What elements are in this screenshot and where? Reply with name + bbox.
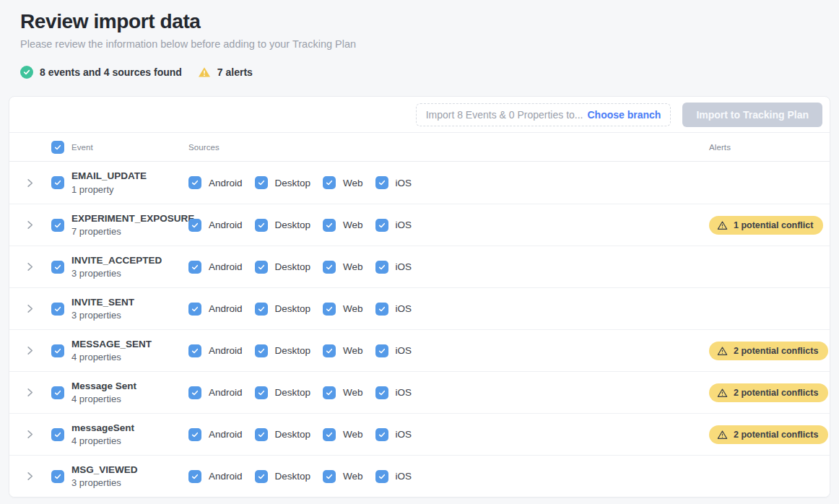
select-all-checkbox[interactable]: [51, 141, 64, 154]
expand-row-button[interactable]: [19, 173, 40, 193]
source-checkbox[interactable]: [188, 470, 201, 483]
source-toggle[interactable]: Desktop: [255, 386, 311, 399]
warning-triangle-outline-icon: [717, 430, 728, 440]
expand-row-button[interactable]: [19, 299, 40, 319]
source-toggle[interactable]: Desktop: [255, 344, 311, 357]
source-toggle[interactable]: Android: [188, 386, 243, 399]
source-toggle[interactable]: Android: [188, 428, 243, 441]
expand-row-button[interactable]: [19, 257, 40, 277]
source-toggle[interactable]: Web: [323, 386, 363, 399]
expand-row-button[interactable]: [19, 425, 40, 445]
row-checkbox[interactable]: [51, 219, 64, 232]
sources-cell: Android Desktop Web iOS: [188, 261, 702, 274]
source-checkbox[interactable]: [375, 303, 388, 316]
source-toggle[interactable]: Desktop: [255, 470, 311, 483]
source-checkbox[interactable]: [375, 344, 388, 357]
source-checkbox[interactable]: [188, 261, 201, 274]
source-checkbox[interactable]: [323, 303, 336, 316]
source-toggle[interactable]: iOS: [375, 386, 412, 399]
source-toggle[interactable]: Desktop: [255, 303, 311, 316]
row-checkbox[interactable]: [51, 344, 64, 357]
source-checkbox[interactable]: [255, 176, 268, 189]
source-checkbox[interactable]: [255, 470, 268, 483]
source-checkbox[interactable]: [255, 428, 268, 441]
source-toggle[interactable]: iOS: [375, 219, 412, 232]
source-toggle[interactable]: iOS: [375, 303, 412, 316]
row-checkbox[interactable]: [51, 470, 64, 483]
table-row: MESSAGE_SENT 4 properties Android Deskto…: [9, 329, 830, 371]
chevron-right-icon: [25, 261, 35, 272]
row-checkbox[interactable]: [51, 176, 64, 189]
source-toggle[interactable]: Android: [188, 303, 243, 316]
expand-row-button[interactable]: [19, 466, 40, 487]
event-cell: INVITE_SENT 3 properties: [71, 297, 181, 321]
source-checkbox[interactable]: [255, 303, 268, 316]
chevron-right-icon: [25, 178, 35, 188]
source-toggle[interactable]: Android: [188, 344, 243, 357]
row-checkbox[interactable]: [51, 261, 64, 274]
choose-branch-link[interactable]: Choose branch: [588, 109, 661, 121]
source-checkbox[interactable]: [323, 219, 336, 232]
source-checkbox[interactable]: [255, 219, 268, 232]
source-checkbox[interactable]: [188, 219, 201, 232]
source-label: Desktop: [275, 345, 311, 356]
row-checkbox[interactable]: [51, 386, 64, 399]
source-toggle[interactable]: Desktop: [255, 219, 311, 232]
source-label: Desktop: [275, 303, 311, 314]
source-checkbox[interactable]: [188, 344, 201, 357]
source-checkbox[interactable]: [375, 428, 388, 441]
source-toggle[interactable]: Android: [188, 470, 243, 483]
source-checkbox[interactable]: [323, 386, 336, 399]
source-checkbox[interactable]: [255, 344, 268, 357]
expand-row-button[interactable]: [19, 383, 40, 403]
import-to-tracking-plan-button[interactable]: Import to Tracking Plan: [682, 103, 822, 127]
alert-badge[interactable]: 2 potential conflicts: [709, 342, 828, 360]
source-toggle[interactable]: iOS: [375, 261, 412, 274]
source-checkbox[interactable]: [188, 303, 201, 316]
source-toggle[interactable]: iOS: [375, 428, 412, 441]
source-checkbox[interactable]: [323, 344, 336, 357]
source-toggle[interactable]: Web: [323, 303, 363, 316]
source-toggle[interactable]: Web: [323, 470, 363, 483]
source-label: iOS: [396, 220, 412, 230]
source-checkbox[interactable]: [323, 176, 336, 189]
source-toggle[interactable]: Desktop: [255, 428, 311, 441]
event-name: Message Sent: [71, 381, 181, 393]
source-toggle[interactable]: Web: [323, 344, 363, 357]
source-checkbox[interactable]: [255, 261, 268, 274]
branch-picker[interactable]: Import 8 Events & 0 Properties to... Cho…: [416, 103, 671, 126]
source-toggle[interactable]: Desktop: [255, 261, 311, 274]
expand-row-button[interactable]: [19, 215, 40, 235]
source-toggle[interactable]: Web: [323, 261, 363, 274]
source-toggle[interactable]: Web: [323, 219, 363, 232]
source-checkbox[interactable]: [375, 176, 388, 189]
source-checkbox[interactable]: [255, 386, 268, 399]
source-toggle[interactable]: iOS: [375, 470, 412, 483]
source-checkbox[interactable]: [375, 219, 388, 232]
source-checkbox[interactable]: [375, 386, 388, 399]
source-checkbox[interactable]: [375, 470, 388, 483]
alert-badge[interactable]: 2 potential conflicts: [709, 425, 828, 444]
alert-badge[interactable]: 1 potential conflict: [709, 216, 823, 235]
source-toggle[interactable]: Desktop: [255, 176, 311, 189]
alert-badge[interactable]: 2 potential conflicts: [709, 383, 828, 402]
row-checkbox[interactable]: [51, 303, 64, 316]
source-checkbox[interactable]: [188, 386, 201, 399]
source-checkbox[interactable]: [188, 428, 201, 441]
source-toggle[interactable]: Android: [188, 176, 243, 189]
row-checkbox[interactable]: [51, 428, 64, 441]
expand-row-button[interactable]: [19, 341, 40, 361]
source-checkbox[interactable]: [188, 176, 201, 189]
source-checkbox[interactable]: [323, 428, 336, 441]
source-toggle[interactable]: iOS: [375, 176, 412, 189]
source-toggle[interactable]: Android: [188, 219, 243, 232]
source-toggle[interactable]: iOS: [375, 344, 412, 357]
source-toggle[interactable]: Web: [323, 176, 363, 189]
source-toggle[interactable]: Web: [323, 428, 363, 441]
source-checkbox[interactable]: [323, 261, 336, 274]
source-toggle[interactable]: Android: [188, 261, 243, 274]
event-properties-count: 7 properties: [71, 226, 181, 237]
source-label: iOS: [396, 387, 412, 398]
source-checkbox[interactable]: [375, 261, 388, 274]
source-checkbox[interactable]: [323, 470, 336, 483]
